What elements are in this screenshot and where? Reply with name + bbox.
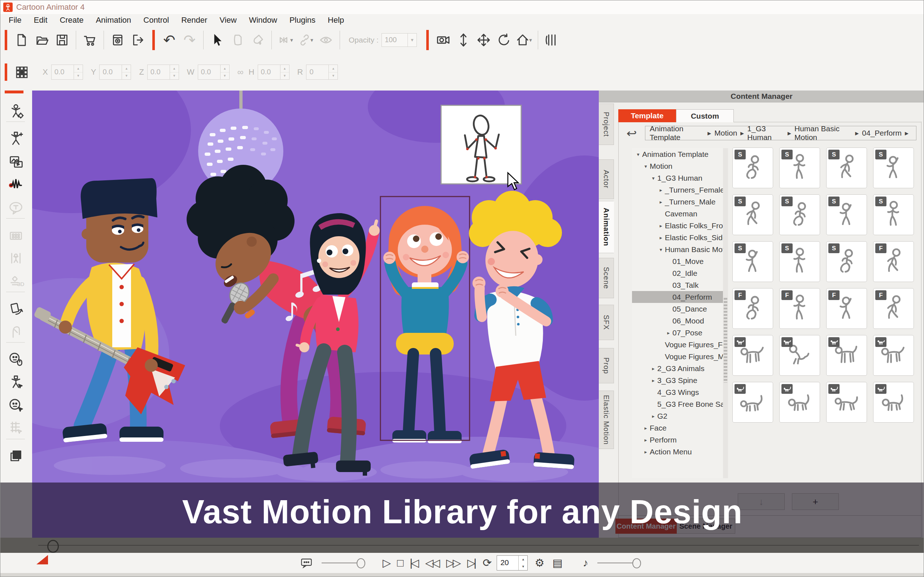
tree-item--turners-female[interactable]: ▸_Turners_Female: [632, 184, 723, 196]
motion-thumbnail[interactable]: [779, 382, 820, 423]
menu-help[interactable]: Help: [321, 16, 350, 25]
tree-item-perform[interactable]: ▸Perform: [632, 434, 723, 446]
side-tab-actor[interactable]: Actor: [599, 160, 614, 199]
tree-item-2-g3-animals[interactable]: ▸2_G3 Animals: [632, 363, 723, 374]
breadcrumb-item[interactable]: 04_Perform: [862, 129, 901, 137]
layers-tool[interactable]: [5, 445, 26, 466]
menu-control[interactable]: Control: [137, 16, 175, 25]
tree-item-human-basic-motion[interactable]: ▾Human Basic Motion: [632, 243, 723, 255]
tree-arrow-closed-icon[interactable]: ▸: [649, 366, 657, 371]
tree-item-03-talk[interactable]: 03_Talk: [632, 279, 723, 291]
motion-thumbnail[interactable]: S: [873, 194, 914, 235]
motion-thumbnail[interactable]: S: [732, 194, 773, 235]
tree-item-01-move[interactable]: 01_Move: [632, 255, 723, 267]
actor-gear-tool[interactable]: [5, 101, 26, 121]
side-tab-animation[interactable]: Animation: [599, 201, 614, 253]
motion-thumbnail[interactable]: F: [826, 288, 867, 329]
motion-thumbnail[interactable]: S: [826, 148, 867, 188]
pointer-button[interactable]: [207, 30, 228, 50]
motion-thumbnail[interactable]: S: [779, 241, 820, 282]
field-spinner[interactable]: ▲▼: [170, 65, 179, 79]
tree-arrow-open-icon[interactable]: ▾: [649, 175, 657, 181]
x-input[interactable]: 0.0▲▼: [51, 64, 83, 80]
loop-button[interactable]: ⟳: [478, 555, 494, 571]
motion-thumbnail[interactable]: S: [873, 148, 914, 188]
face-cursor-tool[interactable]: [5, 395, 26, 416]
rotate-button[interactable]: [494, 30, 514, 50]
tree-item-07-pose[interactable]: ▸07_Pose: [632, 327, 723, 338]
menu-animation[interactable]: Animation: [89, 16, 137, 25]
tree-item-elastic-folks-side[interactable]: ▸Elastic Folks_Side: [632, 232, 723, 243]
tree-item--turners-male[interactable]: ▸_Turners_Male: [632, 196, 723, 208]
timeline-list-button[interactable]: ▤: [548, 555, 566, 571]
tree-arrow-closed-icon[interactable]: ▸: [649, 377, 657, 384]
opacity-dropdown[interactable]: ▼: [407, 34, 417, 47]
menu-view[interactable]: View: [213, 16, 242, 25]
breadcrumb[interactable]: Animation Template▶Motion▶1_G3 Human▶Hum…: [645, 126, 916, 140]
tab-custom[interactable]: Custom: [676, 109, 734, 122]
menu-plugins[interactable]: Plugins: [283, 16, 321, 25]
move-button[interactable]: [473, 30, 494, 50]
y-input[interactable]: 0.0▲▼: [99, 64, 131, 80]
cart-button[interactable]: [80, 30, 100, 50]
v-move-button[interactable]: [453, 30, 473, 50]
motion-thumbnail[interactable]: S: [732, 241, 773, 282]
tree-arrow-closed-icon[interactable]: ▸: [642, 449, 650, 455]
grid-snap-button[interactable]: [11, 62, 32, 82]
tree-item-1-g3-human[interactable]: ▾1_G3 Human: [632, 172, 723, 184]
w-input[interactable]: 0.0▲▼: [198, 64, 229, 80]
open-folder-button[interactable]: [32, 30, 52, 50]
tree-arrow-open-icon[interactable]: ▾: [634, 152, 642, 157]
render-settings-button[interactable]: ⚙: [531, 555, 548, 571]
h-input[interactable]: 0.0▲▼: [258, 64, 289, 80]
motion-thumbnail[interactable]: S: [779, 148, 820, 188]
motion-thumbnail[interactable]: S: [826, 241, 867, 282]
stop-button[interactable]: □: [393, 555, 406, 571]
motion-thumbnail[interactable]: F: [873, 288, 914, 329]
motion-thumbnail[interactable]: [826, 335, 867, 376]
breadcrumb-item[interactable]: 1_G3 Human: [747, 124, 784, 142]
motion-thumbnail[interactable]: [779, 335, 820, 376]
tree-item-motion[interactable]: ▾Motion: [632, 160, 723, 172]
frame-input[interactable]: 20▲▼: [497, 555, 528, 571]
tree-arrow-closed-icon[interactable]: ▸: [657, 223, 665, 229]
motion-thumbnail[interactable]: S: [732, 148, 773, 188]
aspect-link-icon[interactable]: ∞: [237, 67, 244, 77]
tree-item-face[interactable]: ▸Face: [632, 422, 723, 434]
motion-thumbnail[interactable]: F: [873, 241, 914, 282]
camera-button[interactable]: [433, 30, 453, 50]
motion-thumbnail[interactable]: [732, 335, 773, 376]
export-button[interactable]: [128, 30, 148, 50]
go-end-button[interactable]: ▷|: [463, 555, 478, 571]
tree-item-vogue-figures-fe-[interactable]: Vogue Figures_Fe...: [632, 338, 723, 351]
transform-page-tool[interactable]: [5, 298, 26, 319]
field-spinner[interactable]: ▲▼: [280, 65, 289, 79]
menu-render[interactable]: Render: [175, 16, 213, 25]
home-button[interactable]: ▼: [514, 30, 534, 50]
motion-preview-box[interactable]: [441, 105, 521, 184]
side-tab-prop[interactable]: Prop: [599, 348, 614, 384]
panel-bars-button[interactable]: [542, 30, 562, 50]
opacity-input[interactable]: 100▼: [381, 33, 417, 47]
motion-thumbnail[interactable]: S: [779, 194, 820, 235]
music-slider[interactable]: [597, 562, 637, 563]
tree-arrow-closed-icon[interactable]: ▸: [657, 235, 665, 240]
tree-item-5-g3-free-bone-sam-[interactable]: 5_G3 Free Bone Sam...: [632, 398, 723, 410]
tree-item-action-menu[interactable]: ▸Action Menu: [632, 446, 723, 458]
breadcrumb-item[interactable]: Motion: [714, 129, 737, 137]
caption-slider[interactable]: [321, 562, 361, 563]
tree-arrow-closed-icon[interactable]: ▸: [657, 187, 665, 193]
content-manager-titlebar[interactable]: Content Manager: [599, 90, 924, 102]
new-doc-button[interactable]: [11, 30, 32, 50]
music-volume-icon[interactable]: ♪: [579, 555, 592, 571]
side-tab-scene[interactable]: Scene: [599, 258, 614, 298]
tree-item-05-dance[interactable]: 05_Dance: [632, 303, 723, 315]
tree-arrow-closed-icon[interactable]: ▸: [664, 330, 672, 336]
tree-item-4-g3-wings[interactable]: 4_G3 Wings: [632, 386, 723, 398]
tree-item-g2[interactable]: ▸G2: [632, 410, 723, 422]
tree-scrollbar[interactable]: [723, 148, 728, 478]
breadcrumb-item[interactable]: Human Basic Motion: [795, 124, 852, 142]
scrubber-track[interactable]: [38, 545, 919, 546]
motion-thumbnail[interactable]: [732, 382, 773, 423]
field-spinner[interactable]: ▲▼: [74, 65, 82, 79]
